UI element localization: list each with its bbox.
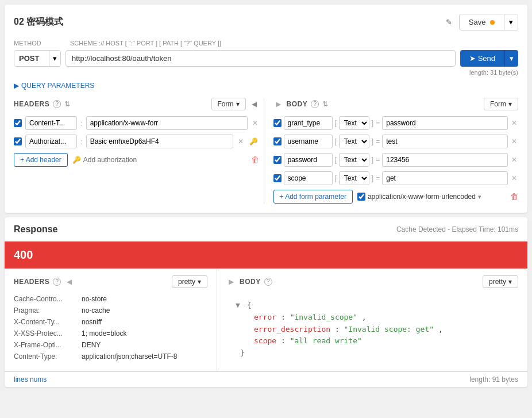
url-scheme-hint: SCHEME :// HOST [ ":" PORT ] [ PATH [ "?…: [70, 40, 221, 47]
body-4-type-select[interactable]: Text: [339, 171, 369, 185]
header-2-value[interactable]: [86, 135, 233, 148]
resp-header-4-key: X-XSS-Protec...: [14, 329, 77, 338]
send-dropdown-button[interactable]: ▾: [504, 50, 518, 67]
resp-headers-title-group: HEADERS ? ◀: [14, 278, 74, 286]
send-button[interactable]: ➤ Send: [460, 50, 504, 67]
body-3-checkbox[interactable]: [273, 156, 282, 164]
header-1-key[interactable]: [25, 116, 77, 130]
body-3-clear-button[interactable]: ✕: [510, 155, 518, 165]
resp-headers-pretty-button[interactable]: pretty ▾: [172, 275, 207, 288]
response-headers-section-header: HEADERS ? ◀ pretty ▾: [14, 275, 207, 288]
body-2-checkbox[interactable]: [273, 137, 282, 145]
save-dropdown-button[interactable]: ▾: [504, 14, 518, 30]
header-row-2: : ✕ 🔑: [14, 135, 259, 148]
chevron-down-icon-body: ▾: [508, 100, 512, 108]
send-btn-group: ➤ Send ▾: [460, 50, 518, 67]
body-1-checkbox[interactable]: [273, 119, 282, 127]
response-body-section-header: ▶ BODY ? pretty ▾: [226, 275, 518, 288]
resp-headers-title: HEADERS: [14, 278, 49, 286]
body-2-key[interactable]: [284, 135, 333, 148]
save-button[interactable]: Save: [460, 14, 504, 30]
body-info-icon[interactable]: ?: [311, 100, 319, 108]
body-4-clear-button[interactable]: ✕: [510, 173, 518, 183]
encoding-dropdown-icon[interactable]: ▾: [478, 193, 481, 201]
header-2-key-icon[interactable]: 🔑: [248, 136, 259, 147]
lines-nums-button[interactable]: lines nums: [14, 375, 47, 384]
url-labels: METHOD SCHEME :// HOST [ ":" PORT ] [ PA…: [14, 40, 518, 48]
body-sort-icon[interactable]: ⇅: [322, 100, 328, 108]
body-row-4: [ Text ] = ✕: [273, 171, 519, 185]
body-4-checkbox[interactable]: [273, 174, 282, 182]
chevron-down-icon: ▾: [236, 100, 240, 108]
add-auth-button[interactable]: 🔑 Add authorization: [72, 156, 137, 164]
resp-header-row-6: Content-Type: application/json;charset=U…: [14, 352, 207, 361]
method-display[interactable]: POST: [14, 51, 49, 66]
resp-header-row-4: X-XSS-Protec... 1; mode=block: [14, 329, 207, 338]
header-2-clear-button[interactable]: ✕: [237, 136, 245, 147]
header-1-clear-button[interactable]: ✕: [251, 118, 259, 128]
resp-body-pretty-button[interactable]: pretty ▾: [483, 275, 518, 288]
header-2-checkbox[interactable]: [14, 137, 22, 145]
add-header-row: + Add header 🔑 Add authorization 🗑: [14, 153, 259, 167]
body-2-type-select[interactable]: Text: [339, 135, 369, 148]
headers-sort-icon[interactable]: ⇅: [64, 100, 70, 108]
add-param-button[interactable]: + Add form parameter: [273, 190, 353, 204]
send-icon: ➤: [469, 54, 476, 63]
header-2-key[interactable]: [25, 135, 77, 148]
body-1-type-select[interactable]: Text: [339, 116, 369, 130]
json-error-row: error : "invalid_scope" ,: [226, 312, 518, 324]
resp-header-5-key: X-Frame-Opti...: [14, 341, 77, 349]
body-3-type-select[interactable]: Text: [339, 153, 369, 167]
resp-headers-collapse[interactable]: ◀: [64, 278, 74, 286]
edit-icon[interactable]: ✎: [444, 16, 454, 29]
body-2-clear-button[interactable]: ✕: [510, 136, 518, 147]
body-3-value[interactable]: [382, 153, 508, 167]
add-header-button[interactable]: + Add header: [14, 153, 68, 167]
body-1-clear-button[interactable]: ✕: [510, 118, 518, 128]
headers-form-button[interactable]: Form ▾: [211, 98, 246, 110]
cache-info: Cache Detected - Elapsed Time: 101ms: [396, 225, 518, 233]
query-params-toggle[interactable]: ▶ QUERY PARAMETERS: [14, 80, 518, 91]
request-body-area: HEADERS ? ⇅ Form ▾ ◀ : ✕: [14, 98, 518, 204]
method-group: POST ▾: [14, 50, 61, 67]
body-2-value[interactable]: [382, 135, 508, 148]
resp-body-expand[interactable]: ▶: [226, 278, 236, 286]
body-4-key[interactable]: [284, 171, 333, 185]
body-1-key[interactable]: [284, 116, 333, 130]
header-row-1: : ✕: [14, 116, 259, 130]
header-1-checkbox[interactable]: [14, 119, 22, 127]
encoding-label: application/x-www-form-urlencoded: [368, 193, 476, 201]
response-headers-panel: HEADERS ? ◀ pretty ▾ Cache-Contro... no-…: [5, 269, 217, 371]
method-dropdown-button[interactable]: ▾: [49, 51, 60, 66]
body-delete-icon[interactable]: 🗑: [510, 192, 518, 201]
headers-delete-icon[interactable]: 🗑: [251, 155, 259, 164]
encoding-checkbox[interactable]: [357, 193, 365, 201]
json-close-brace-row: }: [226, 347, 518, 359]
json-viewer: ▼ { error : "invalid_scope" , error_desc…: [226, 295, 518, 364]
body-3-bracket-open: [: [335, 156, 337, 164]
resp-header-4-value: 1; mode=block: [82, 329, 126, 338]
save-btn-group: Save ▾: [459, 14, 518, 30]
resp-header-row-1: Cache-Contro... no-store: [14, 295, 207, 303]
response-title: Response: [14, 224, 57, 235]
collapse-triangle[interactable]: ▼: [236, 301, 240, 309]
resp-header-row-3: X-Content-Ty... nosniff: [14, 318, 207, 326]
header-1-value[interactable]: [86, 116, 248, 130]
chevron-down-icon-resp: ▾: [198, 278, 201, 286]
body-expand-arrow[interactable]: ▶: [273, 100, 283, 108]
body-section-header: ▶ BODY ? ⇅ Form ▾: [273, 98, 519, 110]
body-3-key[interactable]: [284, 153, 333, 167]
request-panel: 02 密码模式 ✎ Save ▾ METHOD SCHEME :// HOST …: [5, 5, 527, 213]
headers-info-icon[interactable]: ?: [53, 100, 61, 108]
body-form-button[interactable]: Form ▾: [484, 98, 518, 110]
url-input[interactable]: [65, 50, 456, 67]
resp-headers-info-icon[interactable]: ?: [53, 278, 61, 286]
body-1-value[interactable]: [382, 116, 508, 130]
body-4-bracket-close: ]: [372, 174, 373, 182]
headers-collapse-arrow[interactable]: ◀: [249, 100, 259, 108]
resp-body-info-icon[interactable]: ?: [264, 278, 272, 286]
response-body: HEADERS ? ◀ pretty ▾ Cache-Contro... no-…: [5, 269, 527, 371]
resp-header-3-key: X-Content-Ty...: [14, 318, 77, 326]
resp-header-6-value: application/json;charset=UTF-8: [82, 352, 177, 361]
body-4-value[interactable]: [382, 171, 508, 185]
